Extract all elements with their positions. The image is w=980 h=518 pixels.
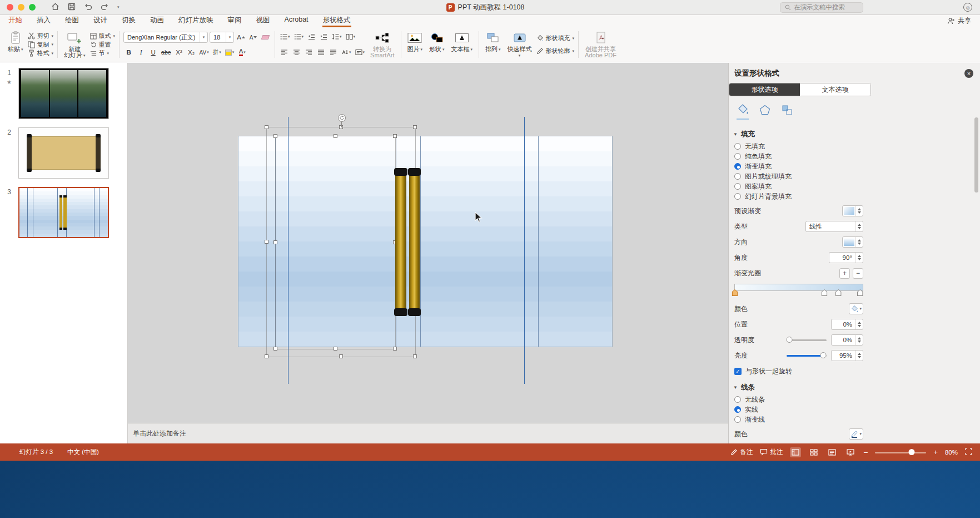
arrange-button[interactable]: 排列▾ (482, 28, 504, 61)
preset-gradient-dropdown[interactable] (842, 205, 863, 216)
phonetic-guide-button[interactable]: 拼▾ (212, 47, 222, 57)
notes-area[interactable]: 单击此处添加备注 (128, 423, 728, 443)
line-option-2[interactable]: 实线 (734, 404, 980, 415)
slide-thumbnail-2[interactable] (18, 127, 109, 179)
character-spacing-button[interactable]: AV▾ (198, 47, 210, 57)
fill-option-5[interactable]: 图案填充 (734, 181, 980, 191)
ribbon-tab-Acrobat[interactable]: Acrobat (284, 14, 309, 27)
fill-option-2[interactable]: 纯色填充 (734, 151, 980, 161)
format-painter-button[interactable]: 格式▾ (28, 49, 54, 57)
save-icon[interactable] (68, 3, 76, 12)
align-left-button[interactable] (279, 47, 290, 57)
brightness-slider[interactable] (787, 352, 827, 359)
effects-tab-icon[interactable] (759, 104, 771, 120)
slide-thumbnail-3[interactable] (18, 187, 109, 238)
selection-handle[interactable] (339, 125, 343, 129)
increase-font-size-button[interactable]: A (236, 32, 246, 42)
fill-section-header[interactable]: ▼ 填充 (733, 130, 980, 139)
bold-button[interactable]: B (123, 47, 134, 57)
ribbon-tab-形状格式[interactable]: 形状格式 (322, 14, 351, 27)
zoom-slider[interactable] (875, 449, 926, 456)
numbering-button[interactable]: ▾ (293, 32, 305, 42)
gradient-stop-3[interactable] (835, 289, 842, 296)
add-gradient-stop-button[interactable]: + (839, 268, 850, 279)
transparency-slider[interactable] (787, 337, 827, 343)
gradient-stop-4[interactable] (857, 289, 863, 296)
undo-icon[interactable] (84, 3, 92, 12)
size-properties-tab-icon[interactable] (781, 104, 793, 120)
fill-line-tab-icon[interactable] (737, 103, 749, 120)
gradient-stop-1[interactable] (732, 289, 738, 296)
zoom-window-button[interactable] (29, 4, 36, 11)
font-size-combo[interactable]: 18▾ (210, 32, 234, 43)
distribute-text-button[interactable] (328, 47, 339, 57)
cut-button[interactable]: 剪切▾ (28, 32, 54, 40)
minimize-window-button[interactable] (18, 4, 24, 11)
notes-toggle-button[interactable]: 备注 (730, 448, 753, 456)
panel-scrollbar[interactable] (974, 117, 978, 193)
tab-shape-options[interactable]: 形状选项 (729, 83, 800, 96)
ribbon-tab-设计[interactable]: 设计 (93, 14, 108, 27)
justify-button[interactable] (316, 47, 326, 57)
align-text-button[interactable]: ▾ (354, 47, 366, 57)
zoom-in-button[interactable]: + (933, 448, 938, 456)
toolbar-customize-chevron-icon[interactable]: ▾ (117, 5, 120, 9)
share-button[interactable]: 共享 (947, 16, 971, 26)
decrease-font-size-button[interactable]: A (248, 32, 258, 42)
close-panel-button[interactable]: × (964, 69, 973, 78)
section-button[interactable]: 节▾ (90, 49, 116, 57)
gradient-stops-editor[interactable] (734, 284, 863, 296)
line-section-header[interactable]: ▼ 线条 (733, 383, 980, 392)
new-slide-button[interactable]: 新建幻灯片▾ (61, 28, 89, 61)
slide-sorter-view-button[interactable] (808, 447, 819, 457)
increase-indent-button[interactable] (319, 32, 329, 42)
selection-handle[interactable] (339, 354, 343, 358)
text-direction-button[interactable]: ▾ (340, 47, 352, 57)
line-option-1[interactable]: 无线条 (734, 394, 980, 404)
zoom-out-button[interactable]: − (863, 448, 868, 457)
ribbon-tab-插入[interactable]: 插入 (36, 14, 51, 27)
fill-option-6[interactable]: 幻灯片背景填充 (734, 191, 980, 201)
shape-fill-button[interactable]: 形状填充▾ (536, 34, 575, 42)
font-color-button[interactable]: A▾ (237, 47, 247, 57)
language-indicator[interactable]: 中文 (中国) (67, 448, 99, 456)
ribbon-tab-审阅[interactable]: 审阅 (227, 14, 242, 27)
slideshow-view-button[interactable] (845, 447, 856, 457)
close-window-button[interactable] (7, 4, 13, 11)
align-right-button[interactable] (304, 47, 314, 57)
line-color-dropdown[interactable]: ▾ (849, 428, 863, 440)
fill-color-dropdown[interactable]: ▾ (849, 303, 863, 314)
ribbon-tab-动画[interactable]: 动画 (150, 14, 165, 27)
gradient-stop-2[interactable] (822, 289, 828, 296)
gradient-type-dropdown[interactable]: 线性 (805, 221, 863, 232)
copy-button[interactable]: 复制▾ (28, 41, 54, 49)
scroll-rod-shape[interactable] (395, 168, 420, 316)
tab-text-options[interactable]: 文本选项 (800, 83, 870, 96)
ribbon-tab-幻灯片放映[interactable]: 幻灯片放映 (178, 14, 214, 27)
picture-button[interactable]: 图片▾ (404, 28, 426, 61)
rotation-handle[interactable] (338, 114, 346, 122)
shapes-button[interactable]: 形状▾ (426, 28, 448, 61)
superscript-button[interactable]: X² (174, 47, 185, 57)
ribbon-tab-切换[interactable]: 切换 (121, 14, 136, 27)
transparency-stepper[interactable]: 0% (831, 334, 863, 346)
fit-slide-to-window-button[interactable] (965, 448, 972, 456)
reading-view-button[interactable] (827, 447, 838, 457)
convert-to-smartart-button[interactable]: 转换为SmartArt (367, 28, 397, 61)
quick-styles-button[interactable]: 快速样式▾ (504, 28, 535, 61)
slide-canvas[interactable]: 单击此处添加备注 (128, 63, 728, 443)
reset-button[interactable]: 重置 (90, 41, 116, 49)
text-highlight-button[interactable]: ▾ (224, 47, 236, 57)
redo-icon[interactable] (101, 3, 109, 12)
shape-outline-button[interactable]: 形状轮廓▾ (536, 47, 575, 55)
decrease-indent-button[interactable] (306, 32, 317, 42)
brightness-stepper[interactable]: 95% (831, 350, 863, 361)
font-name-combo[interactable]: DengXian Regular (正文)▾ (123, 32, 208, 43)
slider-thumb[interactable] (787, 337, 793, 343)
ribbon-tab-视图[interactable]: 视图 (256, 14, 271, 27)
fill-option-1[interactable]: 无填充 (734, 141, 980, 151)
fill-option-4[interactable]: 图片或纹理填充 (734, 171, 980, 181)
selection-box-outer[interactable] (267, 127, 415, 357)
normal-view-button[interactable] (790, 447, 801, 457)
align-center-button[interactable] (291, 47, 302, 57)
